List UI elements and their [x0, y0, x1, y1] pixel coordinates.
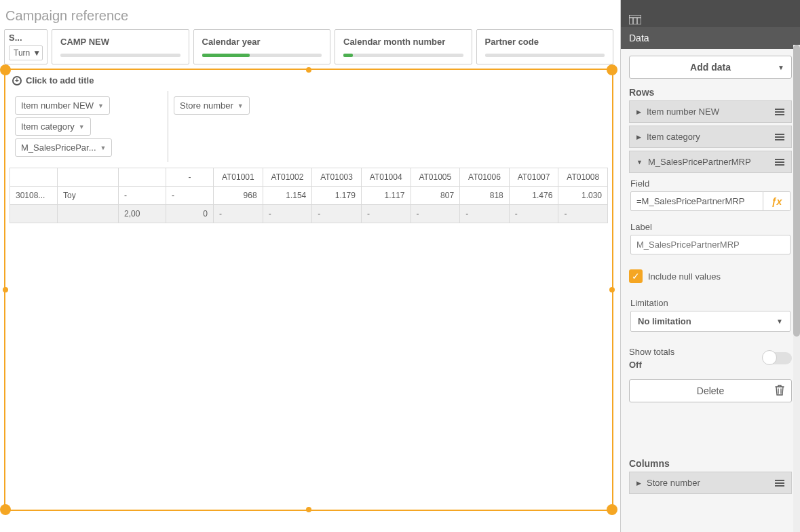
- grid-cell[interactable]: 1.030: [558, 187, 608, 205]
- grid-row: 2,00 0 - - - - - - - -: [10, 205, 608, 223]
- filter-box-partner[interactable]: Partner code: [476, 29, 614, 64]
- grid-cell[interactable]: AT01003: [312, 168, 362, 187]
- chip-salesprice[interactable]: M_SalesPricePar...▼: [15, 138, 112, 157]
- grid-cell[interactable]: -: [263, 205, 312, 223]
- resize-handle[interactable]: [306, 507, 311, 512]
- show-totals-toggle[interactable]: [763, 352, 792, 364]
- drag-handle-icon[interactable]: [775, 109, 784, 115]
- add-data-button[interactable]: Add data ▼: [629, 56, 792, 79]
- grid-cell[interactable]: -: [411, 205, 460, 223]
- grid-cell[interactable]: AT01006: [460, 168, 510, 187]
- label-input[interactable]: [630, 235, 791, 254]
- filter-box-camp[interactable]: CAMP NEW: [52, 29, 189, 64]
- grid-cell[interactable]: Toy: [58, 187, 119, 205]
- limitation-label: Limitation: [630, 298, 791, 308]
- add-title[interactable]: + Click to add title: [9, 74, 608, 91]
- grid-cell[interactable]: 30108...: [10, 187, 58, 205]
- grid-cell[interactable]: AT01001: [214, 168, 263, 187]
- scrollbar-thumb[interactable]: [793, 45, 800, 337]
- resize-handle[interactable]: [607, 504, 617, 515]
- drag-handle-icon[interactable]: [775, 134, 784, 140]
- filter-small-header: S...: [9, 33, 43, 43]
- field-input[interactable]: [630, 191, 763, 211]
- row-item-number[interactable]: ▶Item number NEW: [629, 100, 792, 123]
- grid-cell[interactable]: 0: [166, 205, 214, 223]
- grid-cell[interactable]: 807: [411, 187, 460, 205]
- grid-cell[interactable]: -: [166, 168, 214, 187]
- add-data-label: Add data: [690, 62, 731, 73]
- label-label: Label: [630, 222, 791, 232]
- grid-cell[interactable]: [10, 168, 58, 187]
- chip-label: M_SalesPricePar...: [21, 142, 96, 153]
- caret-down-icon: ▼: [237, 102, 244, 109]
- data-tab-header[interactable]: Data: [621, 27, 800, 49]
- row-item-salesprice[interactable]: ▼M_SalesPricePartnerMRP: [629, 151, 792, 173]
- grid-cell[interactable]: AT01007: [509, 168, 558, 187]
- chip-item-category[interactable]: Item category▼: [15, 117, 91, 136]
- drag-handle-icon[interactable]: [775, 159, 784, 166]
- add-title-text: Click to add title: [26, 75, 94, 86]
- properties-panel: Data Add data ▼ Rows ▶Item number NEW ▶I…: [620, 0, 800, 532]
- drag-handle-icon[interactable]: [775, 480, 784, 487]
- grid-cell[interactable]: -: [509, 205, 558, 223]
- limitation-value: No limitation: [638, 316, 691, 326]
- grid-cell[interactable]: -: [460, 205, 510, 223]
- grid-cell[interactable]: 2,00: [119, 205, 166, 223]
- resize-handle[interactable]: [607, 64, 617, 75]
- grid-cell[interactable]: 1.179: [312, 187, 362, 205]
- grid-header-row: - AT01001 AT01002 AT01003 AT01004 AT0100…: [10, 168, 608, 187]
- grid-cell[interactable]: [58, 168, 119, 187]
- grid-cell[interactable]: -: [166, 187, 214, 205]
- limitation-select[interactable]: No limitation ▼: [630, 311, 791, 332]
- filter-small-value: Turn: [14, 48, 30, 58]
- grid-cell[interactable]: AT01002: [263, 168, 312, 187]
- resize-handle[interactable]: [0, 64, 11, 75]
- grid-cell[interactable]: -: [312, 205, 362, 223]
- grid-cell[interactable]: 968: [214, 187, 263, 205]
- chip-label: Item category: [21, 121, 75, 132]
- filter-small-select[interactable]: Turn ▼: [9, 45, 43, 60]
- grid-cell[interactable]: 1.117: [361, 187, 411, 205]
- resize-handle[interactable]: [0, 504, 11, 515]
- grid-cell[interactable]: [119, 168, 166, 187]
- resize-handle[interactable]: [609, 287, 615, 292]
- chip-item-number[interactable]: Item number NEW▼: [15, 96, 110, 115]
- measure-column: Store number▼: [168, 91, 608, 162]
- filter-label: Calendar month number: [343, 37, 463, 47]
- triangle-right-icon: ▶: [636, 480, 641, 487]
- selected-object[interactable]: + Click to add title Item number NEW▼ It…: [4, 69, 613, 511]
- grid-cell[interactable]: [58, 205, 119, 223]
- grid-cell[interactable]: -: [119, 187, 166, 205]
- row-item-label: Item number NEW: [647, 107, 719, 117]
- table-icon[interactable]: [626, 12, 644, 27]
- grid-cell[interactable]: AT01004: [361, 168, 411, 187]
- grid-cell[interactable]: AT01008: [558, 168, 608, 187]
- row-item-category[interactable]: ▶Item category: [629, 126, 792, 148]
- include-null-checkbox[interactable]: ✓: [629, 269, 643, 283]
- scrollbar[interactable]: [793, 45, 800, 532]
- grid-cell[interactable]: -: [361, 205, 411, 223]
- filter-box-month[interactable]: Calendar month number: [335, 29, 472, 64]
- resize-handle[interactable]: [3, 287, 8, 292]
- grid-cell[interactable]: 1.476: [509, 187, 558, 205]
- trash-icon: [775, 385, 784, 398]
- filter-box-year[interactable]: Calendar year: [193, 29, 331, 64]
- grid-cell[interactable]: 818: [460, 187, 510, 205]
- grid-cell[interactable]: 1.154: [263, 187, 312, 205]
- show-totals-state: Off: [629, 360, 674, 370]
- chip-label: Item number NEW: [21, 100, 94, 111]
- grid-cell[interactable]: -: [558, 205, 608, 223]
- grid-cell[interactable]: AT01005: [411, 168, 460, 187]
- fx-button[interactable]: ƒx: [763, 191, 791, 211]
- delete-button[interactable]: Delete: [629, 379, 792, 402]
- resize-handle[interactable]: [306, 67, 311, 73]
- caret-down-icon: ▼: [776, 318, 783, 325]
- filter-small[interactable]: S... Turn ▼: [4, 29, 47, 64]
- col-item-store[interactable]: ▶Store number: [629, 472, 792, 494]
- grid-cell[interactable]: -: [214, 205, 263, 223]
- caret-down-icon: ▼: [98, 102, 104, 109]
- col-item-label: Store number: [647, 478, 700, 488]
- grid-row: 30108... Toy - - 968 1.154 1.179 1.117 8…: [10, 187, 608, 205]
- chip-store-number[interactable]: Store number▼: [174, 96, 250, 115]
- grid-cell[interactable]: [10, 205, 58, 223]
